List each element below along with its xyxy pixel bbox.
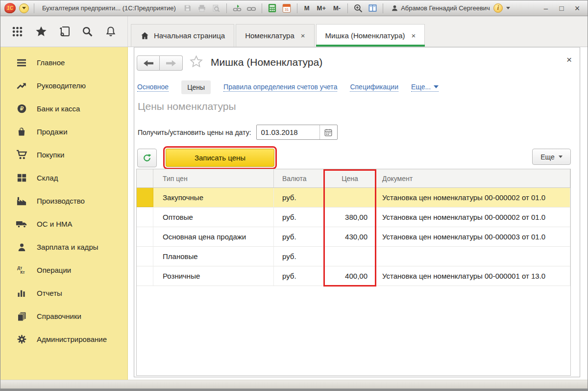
table-row[interactable]: Плановые руб.	[137, 247, 570, 266]
back-button[interactable]	[137, 55, 160, 71]
nav-link-prices-active[interactable]: Цены	[181, 80, 211, 94]
sidebar-item-prodazhi[interactable]: Продажи	[0, 120, 127, 143]
calculator-icon[interactable]	[267, 3, 278, 14]
cell-document[interactable]: Установка цен номенклатуры 00-000001 от …	[375, 266, 570, 286]
header-price[interactable]: Цена	[325, 169, 375, 187]
sidebar-item-otchety[interactable]: Отчеты	[0, 282, 127, 305]
cell-price-type[interactable]: Плановые	[153, 247, 274, 266]
home-icon	[140, 31, 149, 40]
header-price-type[interactable]: Тип цен	[153, 169, 274, 187]
minimize-button[interactable]: –	[541, 4, 550, 13]
sidebar-item-operacii[interactable]: ДтКт Операции	[0, 259, 127, 282]
split-view-icon[interactable]	[367, 3, 378, 14]
cell-price[interactable]: 430,00	[325, 227, 375, 246]
sidebar-item-spravochniki[interactable]: Справочники	[0, 305, 127, 328]
save-prices-button[interactable]: Записать цены	[166, 149, 274, 167]
cell-price-type[interactable]: Розничные	[153, 266, 274, 286]
memory-recall-button[interactable]: M	[302, 4, 312, 12]
cell-price[interactable]	[325, 188, 375, 207]
sidebar-item-glavnoe[interactable]: Главное	[0, 51, 127, 74]
cell-currency[interactable]: руб.	[274, 208, 325, 227]
header-currency[interactable]: Валюта	[274, 169, 325, 187]
favorites-star-icon[interactable]	[35, 25, 48, 38]
tab-label: Мишка (Номенклатура)	[325, 31, 405, 40]
tab-label: Номенклатура	[245, 31, 294, 40]
tab-close-icon[interactable]: ×	[412, 31, 416, 40]
table-row[interactable]: Основная цена продажи руб. 430,00 Устано…	[137, 227, 570, 247]
sidebar-item-os-i-nma[interactable]: ОС и НМА	[0, 212, 127, 235]
cell-price-type[interactable]: Оптовые	[153, 208, 274, 227]
cell-document[interactable]	[375, 247, 570, 266]
sidebar-item-administrirovanie[interactable]: Администрирование	[0, 328, 127, 351]
cell-currency[interactable]: руб.	[274, 188, 325, 207]
maximize-button[interactable]: □	[557, 4, 566, 13]
apps-grid-icon[interactable]	[11, 26, 24, 38]
sidebar-item-proizvodstvo[interactable]: Производство	[0, 189, 127, 212]
info-icon[interactable]: i	[493, 3, 503, 13]
calendar-picker-button[interactable]	[319, 125, 337, 139]
tool-strip	[0, 16, 128, 47]
close-form-icon[interactable]: ×	[566, 55, 572, 64]
memory-plus-button[interactable]: M+	[315, 4, 328, 12]
cell-currency[interactable]: руб.	[274, 227, 325, 246]
link-icon[interactable]	[246, 3, 257, 14]
cell-currency[interactable]: руб.	[274, 266, 325, 286]
window-controls: – □ ×	[541, 4, 584, 13]
collapse-icon[interactable]	[506, 7, 510, 9]
row-marker	[137, 188, 153, 207]
add-link-icon[interactable]	[232, 3, 243, 14]
refresh-button[interactable]	[137, 149, 157, 167]
cell-currency[interactable]: руб.	[274, 247, 325, 266]
memory-minus-button[interactable]: M-	[331, 4, 343, 12]
sidebar-item-label: Главное	[37, 58, 65, 67]
search-icon[interactable]	[81, 26, 94, 38]
tab-close-icon[interactable]: ×	[301, 31, 305, 40]
table-more-button[interactable]: Еще	[532, 149, 571, 165]
nav-link-account-rules[interactable]: Правила определения счетов учета	[223, 83, 337, 92]
calendar-icon[interactable]: 31	[281, 3, 292, 14]
main-menu-button[interactable]	[19, 3, 29, 13]
preview-icon[interactable]	[211, 3, 221, 14]
nav-link-main[interactable]: Основное	[137, 83, 169, 92]
table-row[interactable]: Закупочные руб. Установка цен номенклату…	[137, 188, 570, 208]
sidebar-item-sklad[interactable]: Склад	[0, 166, 127, 189]
date-input[interactable]	[257, 128, 319, 136]
sidebar-item-zarplata-i-kadry[interactable]: Зарплата и кадры	[0, 235, 127, 259]
cell-price[interactable]: 380,00	[325, 208, 375, 227]
row-marker	[137, 266, 153, 286]
sidebar-item-pokupki[interactable]: Покупки	[0, 143, 127, 166]
table-toolbar: Записать цены Еще	[137, 148, 571, 168]
header-document[interactable]: Документ	[375, 169, 570, 187]
history-icon[interactable]	[59, 26, 71, 37]
notifications-bell-icon[interactable]	[105, 26, 117, 38]
cell-document[interactable]: Установка цен номенклатуры 00-000002 от …	[375, 188, 570, 207]
cell-price[interactable]: 400,00	[325, 266, 375, 286]
close-window-button[interactable]: ×	[573, 4, 582, 13]
favorite-star-icon[interactable]	[189, 54, 203, 69]
sidebar-item-label: Руководителю	[37, 81, 86, 90]
nav-link-more[interactable]: Еще...	[411, 83, 439, 92]
save-icon[interactable]	[182, 3, 193, 14]
header-marker	[137, 169, 153, 187]
table-row[interactable]: Оптовые руб. 380,00 Установка цен номенк…	[137, 208, 570, 227]
current-user[interactable]: Абрамов Геннадий Сергеевич	[391, 4, 490, 12]
truck-icon	[15, 219, 28, 229]
sidebar-item-label: Отчеты	[37, 289, 62, 297]
sidebar-item-bank-i-kassa[interactable]: ₽ Банк и касса	[0, 97, 127, 120]
table-row[interactable]: Розничные руб. 400,00 Установка цен номе…	[137, 266, 570, 286]
cell-price-type[interactable]: Закупочные	[153, 188, 274, 207]
sidebar: Главное Руководителю ₽ Банк и касса Прод…	[0, 47, 128, 381]
zoom-icon[interactable]	[353, 3, 364, 14]
tab-mishka-nomenclature[interactable]: Мишка (Номенклатура) ×	[316, 24, 425, 47]
cell-price-type[interactable]: Основная цена продажи	[153, 227, 274, 246]
forward-button[interactable]	[160, 55, 183, 71]
sidebar-item-rukovoditelyu[interactable]: Руководителю	[0, 74, 127, 97]
divider	[34, 3, 34, 13]
print-icon[interactable]	[196, 3, 207, 14]
cell-document[interactable]: Установка цен номенклатуры 00-000002 от …	[375, 208, 570, 227]
cell-price[interactable]	[325, 247, 375, 266]
cell-document[interactable]: Установка цен номенклатуры 00-000003 от …	[375, 227, 570, 246]
nav-link-specifications[interactable]: Спецификации	[350, 83, 398, 92]
tab-nomenclature[interactable]: Номенклатура ×	[236, 24, 314, 47]
tab-home[interactable]: Начальная страница	[131, 24, 234, 47]
